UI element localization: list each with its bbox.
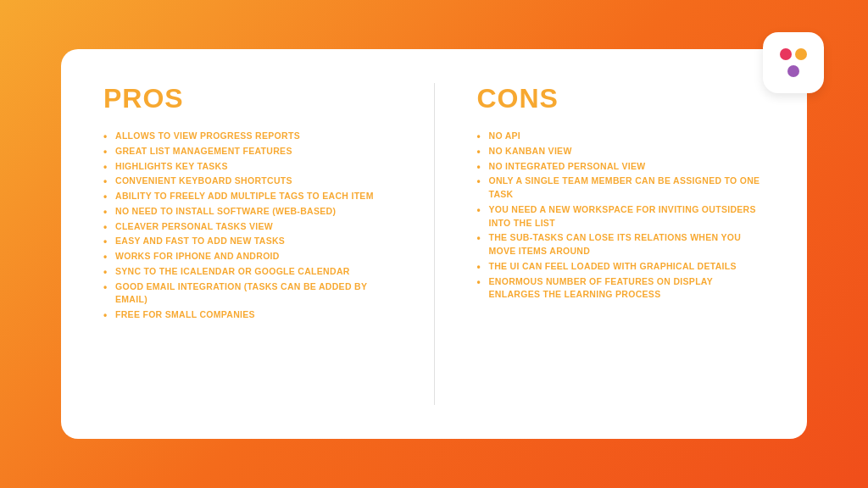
cons-list-item: THE SUB-TASKS CAN LOSE ITS RELATIONS WHE… <box>477 231 765 258</box>
pros-list-item: CONVENIENT KEYBOARD SHORTCUTS <box>103 175 392 188</box>
cons-column: CONS NO APINO KANBAN VIEWNO INTEGRATED P… <box>477 83 765 405</box>
cons-list-item: NO KANBAN VIEW <box>477 145 765 158</box>
pros-list-item: ABILITY TO FREELY ADD MULTIPLE TAGS TO E… <box>103 190 392 203</box>
pros-cons-card: PROS ALLOWS TO VIEW PROGRESS REPORTSGREA… <box>61 49 807 439</box>
cons-list-item: ONLY A SINGLE TEAM MEMBER CAN BE ASSIGNE… <box>477 175 765 202</box>
pros-list-item: ALLOWS TO VIEW PROGRESS REPORTS <box>103 130 392 143</box>
pros-list-item: CLEAVER PERSONAL TASKS VIEW <box>103 220 392 234</box>
cons-list-item: NO API <box>477 130 765 143</box>
pros-list-item: WORKS FOR IPHONE AND ANDROID <box>103 250 392 263</box>
card-wrapper: PROS ALLOWS TO VIEW PROGRESS REPORTSGREA… <box>61 49 807 439</box>
pros-list-item: NO NEED TO INSTALL SOFTWARE (WEB-BASED) <box>103 205 392 219</box>
cons-list-item: YOU NEED A NEW WORKSPACE FOR INVITING OU… <box>477 203 765 230</box>
pros-list: ALLOWS TO VIEW PROGRESS REPORTSGREAT LIS… <box>103 130 392 322</box>
cons-list-item: NO INTEGRATED PERSONAL VIEW <box>477 160 765 174</box>
cons-list-item: THE UI CAN FEEL LOADED WITH GRAPHICAL DE… <box>477 260 765 274</box>
pros-list-item: HIGHLIGHTS KEY TASKS <box>103 160 392 174</box>
logo-dots <box>778 47 809 78</box>
pros-list-item: GREAT LIST MANAGEMENT FEATURES <box>103 145 392 158</box>
column-divider <box>434 83 435 405</box>
dot-red <box>780 48 792 60</box>
dot-orange <box>795 48 807 60</box>
pros-list-item: FREE FOR SMALL COMPANIES <box>103 308 392 322</box>
pros-title: PROS <box>103 83 392 114</box>
pros-list-item: GOOD EMAIL INTEGRATION (TASKS CAN BE ADD… <box>103 280 392 308</box>
pros-list-item: SYNC TO THE ICALENDAR OR GOOGLE CALENDAR <box>103 265 392 279</box>
dot-purple <box>787 65 799 77</box>
cons-list-item: ENORMOUS NUMBER OF FEATURES ON DISPLAY E… <box>477 275 765 302</box>
pros-column: PROS ALLOWS TO VIEW PROGRESS REPORTSGREA… <box>103 83 392 405</box>
pros-list-item: EASY AND FAST TO ADD NEW TASKS <box>103 235 392 248</box>
cons-title: CONS <box>477 83 765 114</box>
logo-badge <box>763 32 824 93</box>
cons-list: NO APINO KANBAN VIEWNO INTEGRATED PERSON… <box>477 130 765 302</box>
